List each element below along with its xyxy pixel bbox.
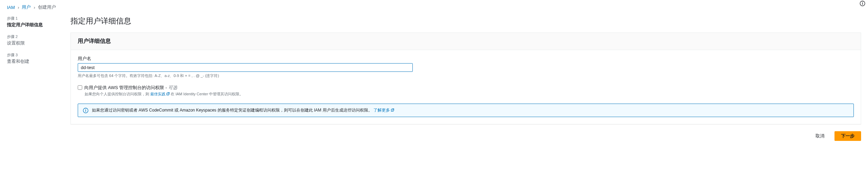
user-details-panel: 用户详细信息 用户名 用户名最多可包含 64 个字符。有效字符包括: A-Z、a… — [70, 32, 861, 124]
step-2[interactable]: 步骤 2 设置权限 — [7, 34, 62, 46]
step-num: 步骤 3 — [7, 52, 62, 58]
help-panel-toggle[interactable] — [860, 1, 866, 7]
info-alert: 如果您通过访问密钥或者 AWS CodeCommit 或 Amazon Keys… — [78, 104, 854, 117]
step-label: 查看和创建 — [7, 58, 62, 65]
console-access-hint: 如果您向个人提供控制台访问权限，则 最佳实践 在 IAM Identity Ce… — [85, 92, 854, 97]
username-hint: 用户名最多可包含 64 个字符。有效字符包括: A-Z、a-z、0-9 和 + … — [78, 73, 854, 78]
console-access-label: 向用户提供 AWS 管理控制台的访问权限 - 可选 — [84, 85, 177, 91]
next-button[interactable]: 下一步 — [834, 131, 861, 141]
best-practice-link[interactable]: 最佳实践 — [150, 92, 170, 96]
username-label: 用户名 — [78, 56, 854, 62]
chevron-right-icon: › — [34, 5, 35, 10]
wizard-steps: 步骤 1 指定用户详细信息 步骤 2 设置权限 步骤 3 查看和创建 — [7, 16, 62, 141]
breadcrumb: IAM › 用户 › 创建用户 — [7, 4, 861, 10]
footer-buttons: 取消 下一步 — [70, 131, 861, 141]
info-text: 如果您通过访问密钥或者 AWS CodeCommit 或 Amazon Keys… — [92, 108, 372, 113]
cancel-button[interactable]: 取消 — [809, 131, 831, 141]
svg-rect-4 — [85, 110, 86, 112]
step-label: 指定用户详细信息 — [7, 22, 62, 28]
step-label: 设置权限 — [7, 40, 62, 46]
panel-header: 用户详细信息 — [71, 33, 861, 50]
page-title: 指定用户详细信息 — [70, 16, 861, 26]
step-num: 步骤 1 — [7, 16, 62, 21]
breadcrumb-users[interactable]: 用户 — [22, 4, 31, 10]
username-input[interactable] — [78, 63, 413, 72]
external-link-icon — [166, 92, 170, 96]
svg-rect-2 — [862, 2, 863, 3]
learn-more-link[interactable]: 了解更多 — [373, 108, 394, 113]
breadcrumb-iam[interactable]: IAM — [7, 5, 15, 10]
step-3[interactable]: 步骤 3 查看和创建 — [7, 52, 62, 65]
external-link-icon — [391, 108, 394, 112]
step-1[interactable]: 步骤 1 指定用户详细信息 — [7, 16, 62, 28]
console-access-checkbox[interactable] — [78, 85, 82, 90]
svg-rect-1 — [862, 3, 863, 5]
svg-rect-5 — [85, 109, 86, 109]
info-icon — [83, 108, 88, 113]
breadcrumb-current: 创建用户 — [38, 4, 56, 10]
step-num: 步骤 2 — [7, 34, 62, 39]
chevron-right-icon: › — [18, 5, 19, 10]
